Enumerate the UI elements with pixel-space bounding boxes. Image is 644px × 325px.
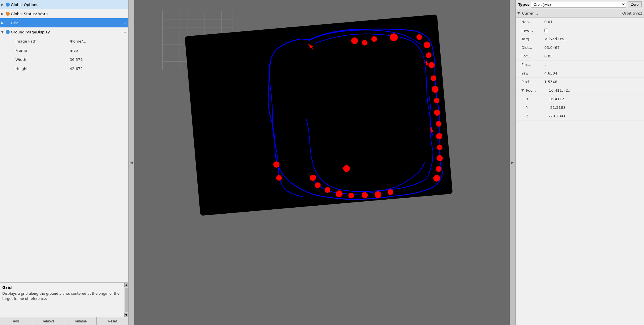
tree-item-global-options[interactable]: ▶ Global Options bbox=[0, 0, 128, 9]
right-item-near: Nea... 0.01 bbox=[516, 18, 644, 26]
dot-icon-global-options bbox=[6, 3, 10, 7]
tree-item-global-status[interactable]: ▶ Global Status: Warn bbox=[0, 9, 128, 18]
right-label-dist: Dist... bbox=[521, 45, 544, 50]
prop-row-height: Height 42.672 bbox=[0, 64, 128, 73]
scroll-up-button[interactable]: ▲ bbox=[124, 283, 128, 287]
prop-value-frame: map bbox=[70, 48, 78, 53]
type-select[interactable]: Orbit (rviz) FPS (rviz) TopDownOrtho (rv… bbox=[531, 1, 626, 8]
right-item-pitch: Pitch 1.5348 bbox=[516, 78, 644, 86]
right-label-foc3: Foc... bbox=[526, 88, 549, 93]
right-value-current-tool: Orbit (rviz) bbox=[622, 11, 642, 15]
prop-value-width: 36.576 bbox=[70, 57, 83, 62]
right-label-z: Z bbox=[526, 114, 549, 118]
right-label-yaw: Yaw bbox=[521, 71, 544, 75]
right-item-foc1: Foc... 0.05 bbox=[516, 52, 644, 61]
right-top-bar: Type: Orbit (rviz) FPS (rviz) TopDownOrt… bbox=[516, 0, 644, 9]
right-item-foc2: Foc... ✓ bbox=[516, 61, 644, 69]
right-value-foc3: 16.411; -2... bbox=[549, 88, 571, 93]
right-value-z: -20.2041 bbox=[549, 114, 565, 118]
rviz-viewport-canvas bbox=[134, 0, 510, 325]
scroll-thumb bbox=[125, 288, 128, 312]
tree-item-ground-image-display[interactable]: ▼ GroundImageDisplay ✓ bbox=[0, 27, 128, 37]
right-value-pitch: 1.5348 bbox=[544, 80, 557, 84]
tree-label-ground-image-display: GroundImageDisplay bbox=[11, 30, 123, 34]
right-item-z: Z -20.2041 bbox=[516, 112, 644, 121]
description-text: Displays a grid along the ground plane, … bbox=[2, 291, 126, 301]
description-scrollbar: ▲ ▼ bbox=[124, 283, 128, 317]
right-value-near: 0.01 bbox=[544, 20, 553, 24]
remove-button[interactable]: Remove bbox=[32, 317, 65, 325]
prop-label-image-path: Image Path bbox=[15, 39, 70, 43]
right-item-current-tool[interactable]: ▼ Curren... Orbit (rviz) bbox=[516, 9, 644, 18]
tree-item-grid[interactable]: ▶ Grid ✓ bbox=[0, 18, 128, 27]
left-collapse-arrow[interactable]: ◀ bbox=[129, 0, 134, 325]
prop-row-frame: Frame map bbox=[0, 46, 128, 55]
dot-icon-global-status bbox=[6, 12, 10, 16]
right-label-x: X bbox=[526, 97, 549, 101]
zero-button[interactable]: Zero bbox=[628, 1, 642, 7]
reset-button[interactable]: Reset bbox=[97, 317, 129, 325]
right-collapse-arrow[interactable]: ▶ bbox=[510, 0, 515, 325]
rename-button[interactable]: Rename bbox=[64, 317, 97, 325]
tree-arrow-global-options: ▶ bbox=[1, 3, 6, 7]
right-item-x: X 16.4112 bbox=[516, 95, 644, 103]
tree-label-grid: Grid bbox=[11, 21, 123, 25]
tree-check-ground-image-display[interactable]: ✓ bbox=[124, 30, 127, 34]
prop-label-width: Width bbox=[15, 57, 70, 62]
right-label-near: Nea... bbox=[521, 20, 544, 24]
right-item-y: Y -21.3188 bbox=[516, 103, 644, 112]
tree-arrow-global-status: ▶ bbox=[1, 12, 6, 16]
right-item-dist: Dist... 93.0467 bbox=[516, 43, 644, 52]
right-label-pitch: Pitch bbox=[521, 80, 544, 84]
scroll-down-button[interactable]: ▼ bbox=[124, 313, 128, 317]
right-value-target: <Fixed Fra... bbox=[544, 37, 567, 41]
bottom-buttons: Add Remove Rename Reset bbox=[0, 317, 128, 325]
right-check-invert[interactable] bbox=[544, 29, 548, 32]
dot-icon-ground-image-display bbox=[6, 30, 10, 34]
prop-label-frame: Frame bbox=[15, 48, 70, 53]
right-label-foc1: Foc... bbox=[521, 54, 544, 58]
prop-row-width: Width 36.576 bbox=[0, 55, 128, 64]
dot-icon-grid bbox=[6, 21, 10, 25]
right-item-yaw: Yaw 4.6504 bbox=[516, 69, 644, 78]
right-value-yaw: 4.6504 bbox=[544, 71, 557, 75]
right-panel: Type: Orbit (rviz) FPS (rviz) TopDownOrt… bbox=[515, 0, 644, 325]
tree-arrow-grid: ▶ bbox=[1, 21, 6, 25]
description-title: Grid bbox=[2, 285, 126, 290]
description-section: Grid Displays a grid along the ground pl… bbox=[0, 283, 128, 317]
tree-section: ▶ Global Options ▶ Global Status: Warn ▶… bbox=[0, 0, 128, 283]
right-label-current-tool: Curren... bbox=[522, 11, 622, 15]
right-item-target: Targ... <Fixed Fra... bbox=[516, 35, 644, 43]
tree-arrow-ground-image-display: ▼ bbox=[1, 30, 6, 34]
prop-value-height: 42.672 bbox=[70, 67, 83, 71]
type-label: Type: bbox=[518, 2, 529, 7]
left-panel: ▶ Global Options ▶ Global Status: Warn ▶… bbox=[0, 0, 129, 325]
right-label-y: Y bbox=[526, 105, 549, 110]
right-item-invert: Inve... bbox=[516, 26, 644, 35]
right-value-foc1: 0.05 bbox=[544, 54, 553, 58]
add-button[interactable]: Add bbox=[0, 317, 32, 325]
right-value-dist: 93.0467 bbox=[544, 45, 560, 50]
right-value-x: 16.4112 bbox=[549, 97, 564, 101]
prop-value-image-path: /home/... bbox=[70, 39, 86, 43]
tree-check-grid[interactable]: ✓ bbox=[124, 21, 127, 25]
tree-label-global-status: Global Status: Warn bbox=[11, 12, 127, 16]
right-label-foc2: Foc... bbox=[521, 63, 544, 67]
right-item-foc3[interactable]: ▼ Foc... 16.411; -2... bbox=[516, 86, 644, 95]
right-value-y: -21.3188 bbox=[549, 105, 565, 110]
prop-label-height: Height bbox=[15, 67, 70, 71]
tree-label-global-options: Global Options bbox=[11, 3, 127, 7]
prop-row-image-path: Image Path /home/... bbox=[0, 37, 128, 46]
right-value-foc2: ✓ bbox=[544, 63, 547, 67]
right-label-invert: Inve... bbox=[521, 28, 544, 33]
right-arrow-foc3: ▼ bbox=[521, 89, 526, 92]
right-arrow-current-tool: ▼ bbox=[517, 11, 522, 15]
right-label-target: Targ... bbox=[521, 37, 544, 41]
center-viewport[interactable] bbox=[134, 0, 510, 325]
